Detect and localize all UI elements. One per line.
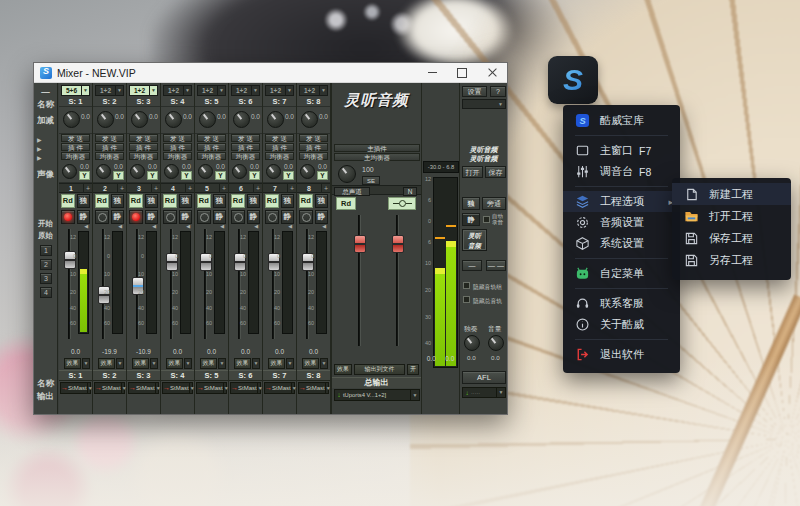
menu-item-save-as-project[interactable]: 另存工程	[672, 249, 791, 271]
solo-button[interactable]: 独	[315, 194, 329, 208]
eq-button[interactable]: 均衡器	[299, 152, 328, 160]
gain-knob[interactable]	[63, 111, 80, 128]
eq-button[interactable]: 均衡器	[231, 152, 260, 160]
record-arm-button[interactable]	[299, 210, 313, 224]
eq-button[interactable]: 均衡器	[163, 152, 192, 160]
group-button-3[interactable]: 3	[40, 273, 52, 284]
gain-knob[interactable]	[97, 111, 114, 128]
io-dropdown-icon[interactable]: ▼	[115, 86, 123, 95]
add-channel-button[interactable]: +	[83, 184, 92, 192]
pan-knob[interactable]	[300, 164, 315, 179]
expand-eq-icon[interactable]: ▶	[37, 154, 42, 161]
mute-button[interactable]: 静	[281, 210, 295, 224]
brand-logo-button[interactable]: 灵听音频	[462, 229, 487, 251]
titlebar[interactable]: Mixer - NEW.VIP	[34, 63, 507, 83]
master-fader-left-handle[interactable]	[354, 235, 366, 253]
io-selector[interactable]: 5+6 ▼	[61, 85, 90, 96]
gain-knob[interactable]	[199, 111, 216, 128]
io-selector[interactable]: 1+2 ▼	[197, 85, 226, 96]
plugin-button[interactable]: 插 件	[299, 143, 328, 151]
solo-button[interactable]: 独	[145, 194, 159, 208]
pan-knob[interactable]	[130, 164, 145, 179]
mute-button[interactable]: 静	[315, 210, 329, 224]
effect-button[interactable]: 效果	[234, 358, 251, 369]
io-selector[interactable]: 1+2 ▼	[231, 85, 260, 96]
io-selector[interactable]: 1+2 ▼	[129, 85, 158, 96]
output-route-dropdown[interactable]: → StMast ▼	[298, 382, 329, 394]
collapse-label[interactable]: —	[34, 87, 57, 97]
pan-knob[interactable]	[198, 164, 213, 179]
pan-y-button[interactable]: Y	[317, 171, 328, 180]
io-dropdown-icon[interactable]: ▼	[285, 86, 293, 95]
io-dropdown-icon[interactable]: ▼	[149, 86, 157, 95]
mute-button[interactable]: 静	[247, 210, 261, 224]
io-dropdown-icon[interactable]: ▼	[81, 86, 89, 95]
main-eq-button[interactable]: 主均衡器	[334, 153, 420, 161]
gain-knob[interactable]	[131, 111, 148, 128]
menu-item-support[interactable]: 联系客服	[563, 293, 680, 314]
save-button[interactable]: 保存	[485, 166, 506, 178]
send-button[interactable]: 发 送	[197, 134, 226, 142]
record-ready-button[interactable]: Rd	[299, 194, 313, 208]
solo-button[interactable]: 独	[179, 194, 193, 208]
add-channel-button[interactable]: +	[321, 184, 330, 192]
master-fader-left[interactable]	[358, 215, 361, 346]
output-route-dropdown[interactable]: → StMast ▼	[196, 382, 227, 394]
monitor-output-dropdown[interactable]: ↓ ····· ▼	[462, 387, 506, 398]
effect-button[interactable]: 效果	[98, 358, 115, 369]
master-level-knob[interactable]	[338, 165, 356, 183]
add-channel-button[interactable]: +	[151, 184, 160, 192]
add-channel-button[interactable]: +	[253, 184, 262, 192]
pan-y-button[interactable]: Y	[249, 171, 260, 180]
pan-y-button[interactable]: Y	[283, 171, 294, 180]
output-device-dropdown[interactable]: ↓ tUports4 V...1+2] ▼	[334, 389, 420, 401]
output-route-dropdown[interactable]: → StMast ▼	[162, 382, 193, 394]
pan-knob[interactable]	[62, 164, 77, 179]
io-selector[interactable]: 1+2 ▼	[95, 85, 124, 96]
eq-button[interactable]: 均衡器	[197, 152, 226, 160]
solo-button[interactable]: 独	[247, 194, 261, 208]
io-dropdown-icon[interactable]: ▼	[251, 86, 259, 95]
send-button[interactable]: 发 送	[299, 134, 328, 142]
pan-y-button[interactable]: Y	[79, 171, 90, 180]
master-channel-button[interactable]: 总声道	[334, 187, 370, 196]
gain-knob[interactable]	[233, 111, 250, 128]
mute-button[interactable]: 静	[213, 210, 227, 224]
send-button[interactable]: 发 送	[265, 134, 294, 142]
effect-dropdown-icon[interactable]: ▼	[82, 358, 90, 369]
eq-button[interactable]: 均衡器	[265, 152, 294, 160]
plugin-button[interactable]: 插 件	[61, 143, 90, 151]
effect-button[interactable]: 效果	[200, 358, 217, 369]
output-to-file-button[interactable]: 输出到文件	[354, 364, 405, 375]
eq-button[interactable]: 均衡器	[129, 152, 158, 160]
pan-knob[interactable]	[266, 164, 281, 179]
master-fader-right[interactable]	[396, 215, 399, 346]
pan-y-button[interactable]: Y	[215, 171, 226, 180]
close-button[interactable]	[477, 63, 507, 82]
send-button[interactable]: 发 送	[163, 134, 192, 142]
master-solo-button[interactable]: 独	[462, 197, 480, 210]
record-ready-button[interactable]: Rd	[197, 194, 211, 208]
wide-strips-button[interactable]: — —	[486, 260, 506, 271]
plugin-button[interactable]: 插 件	[231, 143, 260, 151]
menu-item-window[interactable]: 主窗口 F7	[563, 140, 680, 161]
help-button[interactable]: ?	[490, 86, 506, 97]
effect-dropdown-icon[interactable]: ▼	[286, 358, 294, 369]
send-button[interactable]: 发 送	[95, 134, 124, 142]
mute-button[interactable]: 静	[111, 210, 125, 224]
normalize-button[interactable]: N	[403, 187, 417, 196]
record-arm-button[interactable]	[129, 210, 143, 224]
group-button-4[interactable]: 4	[40, 287, 52, 298]
send-button[interactable]: 发 送	[231, 134, 260, 142]
menu-item-exit[interactable]: 退出软件	[563, 344, 680, 365]
expand-plugin-icon[interactable]: ▶	[37, 145, 42, 152]
effect-dropdown-icon[interactable]: ▼	[184, 358, 192, 369]
main-plugin-button[interactable]: 主插件	[334, 144, 420, 152]
send-button[interactable]: 发 送	[61, 134, 90, 142]
hide-master-track-checkbox[interactable]	[463, 296, 470, 303]
menu-item-mixer[interactable]: 调音台 F8	[563, 161, 680, 182]
solo-button[interactable]: 独	[281, 194, 295, 208]
record-ready-button[interactable]: Rd	[95, 194, 109, 208]
io-selector[interactable]: 1+2 ▼	[299, 85, 328, 96]
record-arm-button[interactable]	[61, 210, 75, 224]
